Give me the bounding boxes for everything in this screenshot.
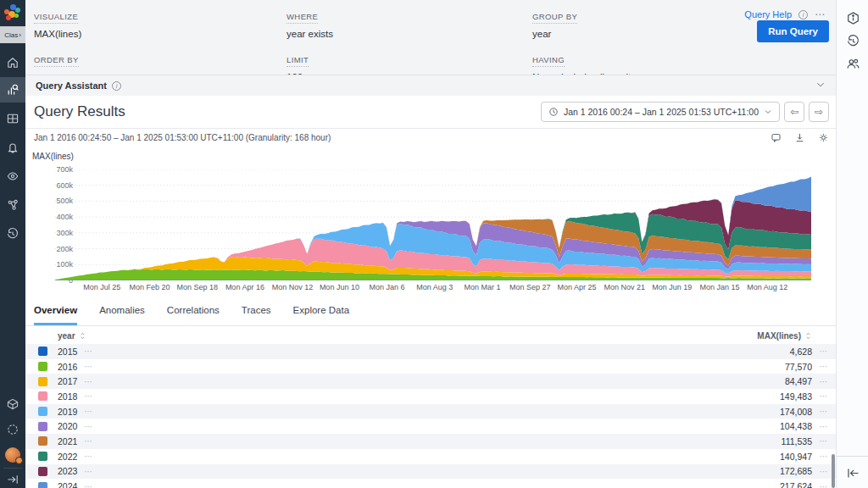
tab-traces[interactable]: Traces — [242, 305, 271, 325]
chevron-down-icon[interactable] — [815, 78, 826, 93]
year-cell: 2015 — [58, 347, 77, 357]
row-menu-icon[interactable]: ⋯ — [84, 422, 93, 431]
max-lines-column-header[interactable]: MAX(lines) — [757, 331, 801, 341]
sidebar-item-packages[interactable] — [0, 391, 25, 417]
sidebar-item-query-history[interactable] — [837, 30, 868, 53]
year-cell: 2021 — [58, 436, 77, 446]
visualize-value[interactable]: MAX(lines) — [34, 29, 287, 39]
environment-selector[interactable]: Clas › — [0, 26, 25, 43]
row-menu-icon[interactable]: ⋯ — [84, 482, 93, 488]
x-tick-label: Mon Jul 25 — [83, 283, 120, 291]
results-subtitle-row: Jan 1 2016 00:24:50 – Jan 1 2025 01:53:0… — [34, 132, 829, 143]
max-lines-cell: 172,685 — [780, 466, 812, 476]
tab-overview[interactable]: Overview — [34, 305, 77, 325]
sidebar-item-history[interactable] — [0, 221, 25, 247]
bell-icon — [6, 141, 19, 154]
value-menu-icon[interactable]: ⋯ — [812, 407, 836, 416]
row-menu-icon[interactable]: ⋯ — [84, 347, 93, 356]
tab-explore-data[interactable]: Explore Data — [293, 305, 349, 325]
tab-anomalies[interactable]: Anomalies — [99, 305, 145, 325]
table-row[interactable]: 2024⋯217,624⋯ — [25, 479, 836, 488]
series-color-swatch — [38, 436, 47, 446]
row-menu-icon[interactable]: ⋯ — [84, 436, 93, 446]
sidebar-item-home[interactable] — [0, 50, 25, 75]
group-by-label: GROUP BY — [532, 12, 577, 24]
sidebar-item-info[interactable] — [837, 7, 868, 30]
honeycomb-logo-icon[interactable] — [3, 4, 22, 23]
group-by-value[interactable]: year — [532, 29, 787, 39]
run-query-button[interactable]: Run Query — [757, 20, 829, 42]
chevron-down-icon — [764, 108, 772, 116]
sidebar-item-query[interactable] — [0, 77, 25, 103]
history-back-button[interactable]: ⇦ — [784, 102, 804, 122]
max-lines-cell: 140,947 — [780, 452, 812, 462]
where-value[interactable]: year exists — [287, 29, 532, 39]
results-title: Query Results — [34, 103, 125, 120]
table-row[interactable]: 2019⋯174,008⋯ — [25, 404, 836, 419]
time-range-picker[interactable]: Jan 1 2016 00:24 – Jan 1 2025 01:53 UTC+… — [541, 102, 780, 122]
query-more-menu[interactable]: ⋯ — [815, 8, 826, 20]
gear-icon[interactable] — [818, 132, 829, 143]
visualize-clause[interactable]: VISUALIZE MAX(lines) — [34, 8, 287, 39]
comment-icon[interactable] — [771, 132, 782, 143]
query-assistant-label: Query Assistant — [36, 80, 107, 91]
query-assistant-bar[interactable]: Query Assistant i — [25, 75, 836, 96]
history-clock-icon — [6, 227, 19, 241]
limit-label: LIMIT — [287, 55, 309, 67]
sidebar-item-alerts[interactable] — [0, 135, 25, 160]
sort-icon[interactable] — [79, 331, 86, 341]
table-row[interactable]: 2016⋯77,570⋯ — [25, 359, 836, 374]
results-header: Query Results Jan 1 2016 00:24 – Jan 1 2… — [25, 96, 836, 129]
sidebar-item-service-map[interactable] — [0, 192, 25, 218]
sidebar-item-team-activity[interactable] — [837, 53, 868, 75]
tab-correlations[interactable]: Correlations — [167, 305, 220, 325]
query-assistant-info-icon[interactable]: i — [112, 81, 121, 91]
notification-badge — [15, 457, 23, 464]
value-menu-icon[interactable]: ⋯ — [812, 362, 836, 371]
series-color-swatch — [38, 347, 47, 356]
row-menu-icon[interactable]: ⋯ — [84, 391, 93, 401]
query-help-link[interactable]: Query Help — [744, 9, 792, 19]
sort-icon[interactable] — [804, 331, 812, 341]
collapse-panel-button[interactable] — [837, 462, 868, 485]
history-forward-button[interactable]: ⇨ — [809, 102, 829, 122]
status-ring-icon — [6, 423, 19, 436]
sidebar-item-status-ring[interactable] — [0, 417, 25, 442]
sidebar-item-slos[interactable] — [0, 164, 25, 189]
main-content: VISUALIZE MAX(lines) WHERE year exists G… — [25, 0, 836, 488]
table-row[interactable]: 2021⋯111,535⋯ — [25, 434, 836, 449]
table-row[interactable]: 2018⋯149,483⋯ — [25, 389, 836, 404]
row-menu-icon[interactable]: ⋯ — [84, 467, 93, 476]
value-menu-icon[interactable]: ⋯ — [812, 347, 836, 356]
row-menu-icon[interactable]: ⋯ — [84, 407, 93, 416]
expand-sidebar-button[interactable] — [0, 471, 25, 488]
table-row[interactable]: 2015⋯4,628⋯ — [25, 344, 836, 359]
table-row[interactable]: 2020⋯104,438⋯ — [25, 419, 836, 434]
home-icon — [6, 56, 19, 69]
sidebar-item-boards[interactable] — [0, 106, 25, 131]
table-row[interactable]: 2023⋯172,685⋯ — [25, 464, 836, 480]
value-menu-icon[interactable]: ⋯ — [812, 377, 836, 386]
stacked-area-chart[interactable] — [55, 169, 811, 280]
max-lines-cell: 104,438 — [780, 421, 812, 431]
back-arrow-icon: ⇦ — [790, 106, 798, 118]
vertical-scrollbar-thumb[interactable] — [832, 454, 835, 488]
table-row[interactable]: 2017⋯84,497⋯ — [25, 374, 836, 389]
row-menu-icon[interactable]: ⋯ — [84, 362, 93, 371]
row-menu-icon[interactable]: ⋯ — [84, 452, 93, 461]
where-clause[interactable]: WHERE year exists — [287, 8, 532, 39]
query-help-info-icon[interactable]: i — [798, 10, 808, 19]
service-map-nodes-icon — [6, 198, 19, 212]
row-menu-icon[interactable]: ⋯ — [84, 377, 93, 386]
value-menu-icon[interactable]: ⋯ — [812, 422, 836, 431]
year-column-header[interactable]: year — [58, 331, 75, 341]
table-row[interactable]: 2022⋯140,947⋯ — [25, 449, 836, 464]
user-avatar[interactable] — [5, 447, 20, 463]
value-menu-icon[interactable]: ⋯ — [812, 436, 836, 446]
value-menu-icon[interactable]: ⋯ — [812, 391, 836, 401]
order-by-label: ORDER BY — [34, 55, 79, 67]
download-icon[interactable] — [794, 132, 805, 143]
year-cell: 2019 — [58, 407, 77, 417]
team-people-icon — [846, 57, 860, 71]
year-cell: 2016 — [58, 362, 77, 372]
